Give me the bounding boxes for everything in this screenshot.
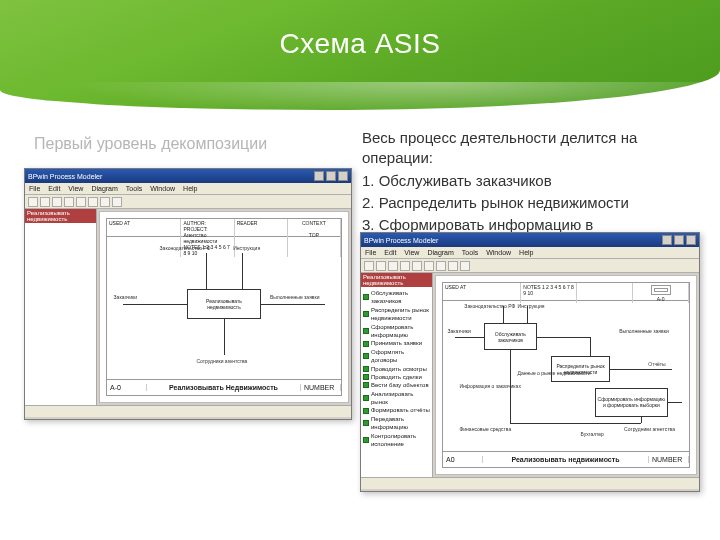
minimize-icon — [314, 171, 324, 181]
arrow-line — [261, 304, 325, 305]
win1-title: BPwin Process Modeler — [28, 173, 102, 180]
win2-toolbar — [361, 259, 699, 273]
toolbar-icon — [424, 261, 434, 271]
toolbar-icon — [88, 197, 98, 207]
node-icon — [363, 353, 369, 359]
win2-canvas: USED AT NOTES 1 2 3 4 5 6 7 8 9 10 A-0 О… — [435, 275, 697, 475]
footer-number: NUMBER — [649, 456, 689, 463]
tree-node: Передавать информацию — [363, 415, 430, 432]
toolbar-icon — [28, 197, 38, 207]
toolbar-icon — [376, 261, 386, 271]
toolbar-icon — [100, 197, 110, 207]
tree-node: Контролировать исполнение — [363, 432, 430, 449]
footer-title: Реализовывать недвижимость — [511, 456, 619, 463]
footer-number: NUMBER — [301, 384, 341, 391]
tree-node: Обслуживать заказчиков — [363, 289, 430, 306]
idef0-header: USED AT NOTES 1 2 3 4 5 6 7 8 9 10 A-0 — [443, 283, 689, 301]
hdr-top: A-0 — [657, 296, 665, 302]
win1-menubar: File Edit View Diagram Tools Window Help — [25, 183, 351, 195]
box-2: Распределить рынок недвижимости — [551, 356, 609, 382]
win1-statusbar — [25, 405, 351, 417]
toolbar-icon — [64, 197, 74, 207]
arrow-label: Законодательство РФ — [464, 303, 515, 309]
menu-item: Diagram — [91, 185, 117, 192]
arrow-label: Финансовые средства — [460, 426, 512, 432]
win2-title: BPwin Process Modeler — [364, 237, 438, 244]
slide-title: Схема ASIS — [0, 28, 720, 60]
sidebar-hdr: Реализовывать недвижимость — [25, 209, 96, 223]
menu-item: Window — [486, 249, 511, 256]
win1-canvas: USED AT AUTHOR: PROJECT: Агентство недви… — [99, 211, 349, 403]
toolbar-icon — [52, 197, 62, 207]
arrow-label: Сотрудники агентства — [624, 426, 675, 432]
description-intro: Весь процесс деятельности делится на опе… — [362, 128, 692, 169]
hdr-context: CONTEXT — [302, 220, 326, 226]
maximize-icon — [326, 171, 336, 181]
menu-item: Tools — [462, 249, 478, 256]
sidebar-hdr: Реализовывать недвижимость — [361, 273, 432, 287]
footer-node: A-0 — [107, 384, 147, 391]
op-2: 2. Распределить рынок недвижимости — [362, 193, 692, 213]
arrow-line — [668, 402, 683, 403]
arrow-line — [590, 337, 591, 356]
screenshot-window-2: BPwin Process Modeler File Edit View Dia… — [360, 232, 700, 492]
node-icon — [363, 294, 369, 300]
menu-item: Edit — [384, 249, 396, 256]
node-icon — [363, 366, 369, 372]
node-icon — [363, 311, 369, 317]
slide-subtitle: Первый уровень декомпозиции — [34, 135, 267, 153]
hdr-notes: NOTES 1 2 3 4 5 6 7 8 9 10 — [523, 284, 574, 296]
menu-item: View — [68, 185, 83, 192]
win2-menubar: File Edit View Diagram Tools Window Help — [361, 247, 699, 259]
arrow-label: Бухгалтер — [581, 431, 604, 437]
arrow-line — [641, 417, 642, 423]
toolbar-icon — [400, 261, 410, 271]
minimize-icon — [662, 235, 672, 245]
arrow-label: Инструкция — [233, 245, 260, 251]
arrow-label: Данные о рынке недвижимости — [518, 370, 591, 376]
hdr-reader: READER — [237, 220, 258, 226]
toolbar-icon — [112, 197, 122, 207]
maximize-icon — [674, 235, 684, 245]
menu-item: Diagram — [427, 249, 453, 256]
idef0-diagram: Обслуживать заказчиков Распределить рыно… — [445, 303, 687, 449]
screenshot-window-1: BPwin Process Modeler File Edit View Dia… — [24, 168, 352, 420]
toolbar-icon — [460, 261, 470, 271]
toolbar-icon — [412, 261, 422, 271]
menu-item: File — [29, 185, 40, 192]
arrow-label: Отчёты — [648, 361, 665, 367]
win2-sidebar: Реализовывать недвижимость Обслуживать з… — [361, 273, 433, 477]
arrow-line — [610, 369, 673, 370]
tree-node: Проводить сделки — [363, 373, 430, 381]
node-icon — [363, 395, 369, 401]
a0-box: Реализовывать недвижимость — [187, 289, 261, 319]
arrow-label: Законодательство РФ — [160, 245, 211, 251]
arrow-label: Сотрудники агентства — [196, 358, 247, 364]
menu-item: File — [365, 249, 376, 256]
node-icon — [363, 341, 369, 347]
box-1: Обслуживать заказчиков — [484, 323, 537, 349]
activity-tree: Обслуживать заказчиков Распределить рыно… — [361, 287, 432, 450]
idef0-header: USED AT AUTHOR: PROJECT: Агентство недви… — [107, 219, 341, 237]
menu-item: Help — [519, 249, 533, 256]
toolbar-icon — [40, 197, 50, 207]
tree-node: Анализировать рынок — [363, 390, 430, 407]
menu-item: Tools — [126, 185, 142, 192]
idef0-footer: A0 Реализовывать недвижимость NUMBER — [443, 451, 689, 467]
menu-item: View — [404, 249, 419, 256]
node-icon — [363, 328, 369, 334]
box-3: Сформировать информацию и формировать вы… — [595, 388, 668, 417]
footer-title: Реализовывать Недвижимость — [169, 384, 278, 391]
tree-node: Формировать отчёты — [363, 406, 430, 414]
arrow-label: Инструкция — [518, 303, 545, 309]
arrow-line — [123, 304, 187, 305]
tree-node: Сформировать информацию — [363, 323, 430, 340]
arrow-label: Выполненные заявки — [270, 294, 319, 300]
win1-titlebar: BPwin Process Modeler — [25, 169, 351, 183]
description-block: Весь процесс деятельности делится на опе… — [362, 128, 692, 237]
arrow-label: Заказчики — [114, 294, 137, 300]
win2-titlebar: BPwin Process Modeler — [361, 233, 699, 247]
toolbar-icon — [76, 197, 86, 207]
node-icon — [363, 437, 369, 443]
menu-item: Window — [150, 185, 175, 192]
